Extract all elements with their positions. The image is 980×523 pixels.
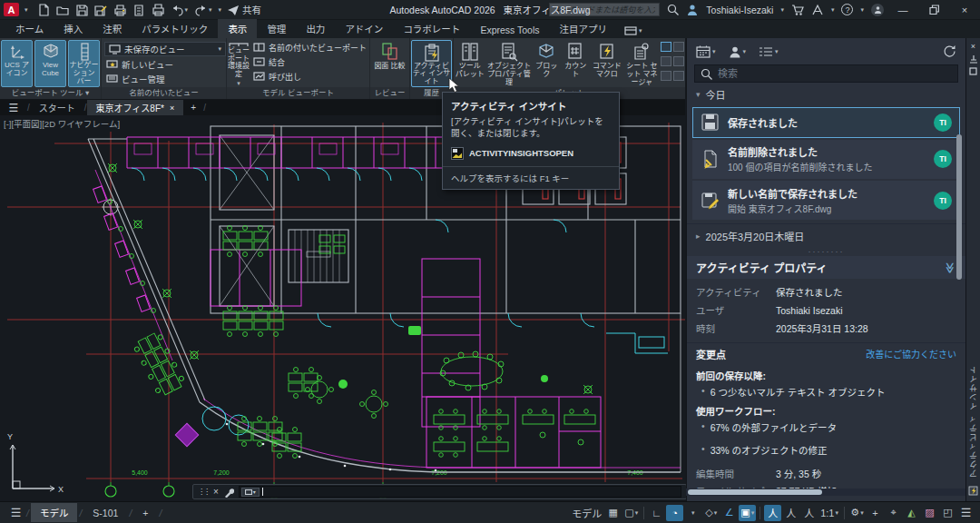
activity-item-purged[interactable]: 名前削除されました100 個の項目が名前削除されました TI	[692, 140, 960, 179]
store-cart-icon[interactable]	[791, 4, 804, 15]
user-name[interactable]: Toshiaki-Isezaki	[706, 5, 773, 15]
ucs-icon-toggle[interactable]: UCS アイコン	[1, 40, 33, 87]
redo-icon[interactable]: ▾	[194, 4, 212, 16]
activity-properties-header[interactable]: アクティビティ プロパティ ≫	[687, 256, 965, 280]
clean-screen-icon[interactable]: ◰	[939, 505, 956, 521]
view-options-icon[interactable]: ▾	[759, 46, 779, 57]
command-macros-button[interactable]: コマンド マクロ	[591, 40, 623, 87]
layout-tab-s101[interactable]: S-101	[83, 505, 127, 521]
panel-label-named-views[interactable]: 名前の付いたビュー	[102, 87, 226, 99]
scale-value[interactable]: 1:1▾	[818, 505, 840, 521]
tab-manage[interactable]: 管理	[257, 19, 296, 38]
palette-splitter-handle[interactable]: ········	[687, 247, 965, 256]
calculator-small-icon[interactable]	[673, 56, 684, 66]
collapse-chevron-icon[interactable]: ≫	[945, 262, 957, 273]
search-icon[interactable]	[667, 4, 679, 15]
restore-viewports-button[interactable]: 呼び出し	[250, 69, 370, 84]
count-palette-button[interactable]: カウント	[561, 40, 590, 87]
plot-icon[interactable]	[113, 4, 126, 16]
minimize-button[interactable]: —	[891, 5, 915, 15]
group-today[interactable]: ▾今日	[687, 83, 965, 106]
join-viewports-button[interactable]: 結合	[250, 54, 370, 69]
palette-vscrollbar-thumb[interactable]	[956, 134, 962, 280]
app-menu-caret-icon[interactable]: ▾	[24, 6, 28, 14]
tab-express-tools[interactable]: Express Tools	[470, 22, 549, 38]
save-as-icon[interactable]	[94, 4, 107, 16]
activity-insight-button[interactable]: アクティビティ インサイト	[411, 40, 452, 87]
autoscale-icon[interactable]: 人	[782, 505, 799, 521]
profile-icon[interactable]	[871, 4, 884, 16]
blocks-palette-button[interactable]: ブロック	[533, 40, 560, 87]
recent-commands-icon[interactable]: ▾	[241, 488, 260, 497]
properties-palette-button[interactable]: オブジェクト プロパティ管理	[486, 40, 533, 87]
date-filter-icon[interactable]: ▾	[696, 45, 716, 58]
tab-addins[interactable]: アドイン	[335, 19, 393, 38]
command-line-close-icon[interactable]: ×	[213, 487, 219, 497]
tab-view[interactable]: 表示	[218, 19, 257, 38]
annotation-scale-icon[interactable]: 人	[800, 505, 818, 521]
view-manager-button[interactable]: ビュー管理	[103, 72, 225, 86]
sheet-set-small-icon[interactable]	[673, 42, 684, 52]
model-tab[interactable]: モデル	[31, 503, 78, 522]
autocad-app-logo[interactable]: A	[4, 3, 19, 16]
object-snap-tracking-icon[interactable]: ∠	[720, 505, 738, 521]
snap-toggle-icon[interactable]: ▢▾	[622, 505, 640, 521]
customization-icon[interactable]: ☰	[957, 505, 975, 521]
workspace-switch-icon[interactable]: ⚙▾	[848, 505, 866, 521]
palette-close-icon[interactable]: ×	[971, 42, 975, 54]
tab-collaborate[interactable]: コラボレート	[393, 19, 470, 38]
autodesk-apps-caret-icon[interactable]: ▾	[831, 6, 835, 14]
new-file-icon[interactable]	[37, 4, 50, 16]
publish-icon[interactable]	[132, 4, 145, 16]
viewport-configuration-button[interactable]: ビューポート 環境設定▾	[228, 40, 250, 87]
isolate-objects-icon[interactable]: ⌖	[885, 505, 902, 521]
navigation-bar-toggle[interactable]: ナビゲーション バー	[68, 40, 100, 87]
palette-search[interactable]	[694, 64, 958, 83]
group-older-date[interactable]: ▸2025年3月20日木曜日	[687, 223, 965, 247]
restore-button[interactable]	[922, 5, 946, 15]
viewport-controls-label[interactable]: [-][平面図][2D ワイヤフレーム]	[4, 117, 120, 130]
annotation-monitor-icon[interactable]: +	[867, 505, 884, 521]
properties-small-icon[interactable]	[661, 42, 671, 52]
isodraft-icon[interactable]: ◇▾	[702, 505, 720, 521]
palette-autohide-icon[interactable]	[969, 54, 978, 67]
reference-small-icon[interactable]	[661, 71, 671, 81]
clean-screen-image-icon[interactable]: ▨	[921, 505, 938, 521]
drawing-compare-button[interactable]: 図面 比較	[371, 40, 408, 87]
polar-tracking-icon[interactable]: ◔	[666, 505, 683, 521]
tab-insert[interactable]: 挿入	[54, 19, 93, 38]
autodesk-apps-icon[interactable]	[811, 4, 824, 15]
help-icon[interactable]: ?	[841, 4, 853, 15]
model-space-label[interactable]: モデル	[570, 505, 603, 521]
annotation-visibility-icon[interactable]: 人	[764, 505, 781, 521]
undo-icon[interactable]: ▾	[171, 4, 189, 16]
user-menu-caret-icon[interactable]: ▾	[780, 6, 784, 14]
qat-customize-caret-icon[interactable]: ▾	[219, 6, 222, 14]
feedback-link[interactable]: 改善にご協力ください	[866, 347, 956, 360]
markup-small-icon[interactable]	[661, 56, 671, 66]
grid-toggle-icon[interactable]: ▦	[604, 505, 622, 521]
viewcube-toggle[interactable]: View Cube	[34, 40, 66, 87]
named-views-dropdown[interactable]: 未保存のビュー▾	[104, 42, 226, 56]
tab-drawing[interactable]: 東京オフィス8F*×	[87, 100, 184, 115]
user-icon[interactable]	[686, 4, 699, 15]
sheet-set-manager-button[interactable]: シート セット マネージャ	[624, 40, 660, 87]
help-search-input[interactable]	[549, 3, 660, 16]
command-line-customize-icon[interactable]	[223, 487, 234, 498]
palette-hscrollbar-thumb[interactable]	[688, 489, 822, 495]
polar-caret-icon[interactable]: ▾	[684, 505, 701, 521]
activity-item-saved-as[interactable]: 新しい名前で保存されました開始 東京オフィス8F.dwg TI	[692, 181, 960, 220]
activity-item-saved[interactable]: 保存されました TI	[692, 107, 960, 138]
tab-output[interactable]: 出力	[296, 19, 335, 38]
save-icon[interactable]	[75, 4, 88, 16]
panel-label-viewport-tools[interactable]: ビューポート ツール ▾	[0, 87, 101, 99]
tab-featured-apps[interactable]: 注目アプリ	[550, 19, 618, 38]
close-button[interactable]: ×	[953, 5, 976, 15]
file-tab-menu-icon[interactable]: ☰	[0, 100, 27, 115]
layout-menu-icon[interactable]: ☰	[7, 505, 24, 521]
new-view-button[interactable]: 新しいビュー	[103, 57, 225, 72]
share-button[interactable]: 共有	[227, 3, 261, 16]
graphics-performance-icon[interactable]: ◭	[903, 505, 920, 521]
ortho-toggle-icon[interactable]: ∟	[648, 505, 665, 521]
command-line[interactable]: ⋮⋮ × ▾	[192, 484, 687, 499]
